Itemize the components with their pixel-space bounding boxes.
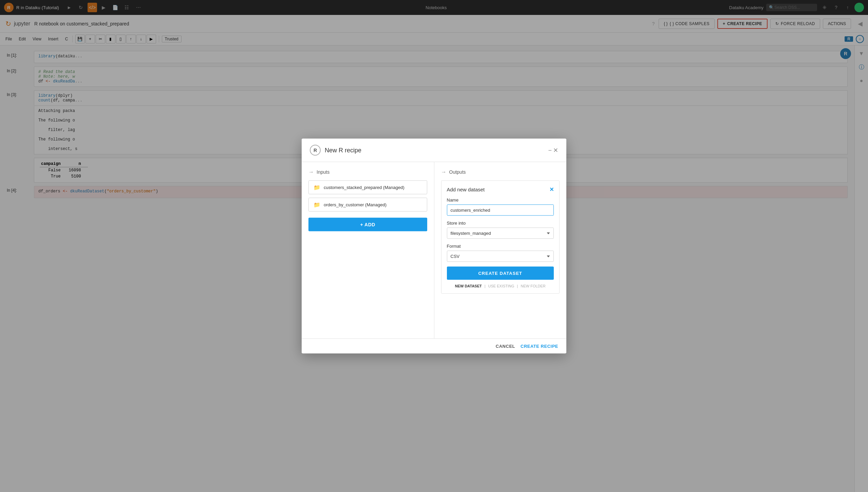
dataset-name-input[interactable]: [447, 205, 554, 216]
dataset-item-2[interactable]: 📁 orders_by_customer (Managed): [308, 198, 427, 212]
inputs-panel: → Inputs 📁 customers_stacked_prepared (M…: [302, 162, 434, 339]
add-dataset-header: Add new dataset ✕: [447, 186, 554, 193]
new-dataset-link[interactable]: NEW DATASET: [455, 284, 482, 288]
outputs-panel: → Outputs Add new dataset ✕ Name Store i…: [434, 162, 567, 339]
modal-r-icon: R: [310, 145, 321, 156]
outputs-label: → Outputs: [441, 169, 560, 175]
add-input-button[interactable]: + ADD: [308, 218, 427, 231]
new-recipe-modal: R New R recipe − ✕ → Inputs 📁 customers_…: [302, 139, 566, 354]
create-recipe-modal-button[interactable]: CREATE RECIPE: [521, 344, 558, 349]
modal-header: R New R recipe − ✕: [302, 139, 566, 162]
format-select[interactable]: CSV Parquet JSON: [447, 251, 554, 262]
dataset-icon-1: 📁: [314, 184, 320, 191]
add-dataset-close-button[interactable]: ✕: [549, 186, 554, 193]
store-into-label: Store into: [447, 221, 554, 226]
modal-footer: CANCEL CREATE RECIPE: [302, 339, 566, 354]
modal-minimize-button[interactable]: −: [548, 147, 552, 154]
add-dataset-panel: Add new dataset ✕ Name Store into filesy…: [441, 181, 560, 294]
inputs-label: → Inputs: [308, 169, 427, 175]
store-into-select[interactable]: filesystem_managed: [447, 228, 554, 239]
type-sep-1: |: [485, 284, 486, 288]
dataset-icon-2: 📁: [314, 202, 320, 208]
dataset-name-2: orders_by_customer (Managed): [324, 202, 386, 207]
dataset-name-1: customers_stacked_prepared (Managed): [324, 185, 404, 190]
dataset-type-links: NEW DATASET | USE EXISTING | NEW FOLDER: [447, 284, 554, 288]
name-field-label: Name: [447, 197, 554, 203]
create-dataset-button[interactable]: CREATE DATASET: [447, 267, 554, 280]
modal-close-button[interactable]: ✕: [553, 147, 558, 154]
modal-title: New R recipe: [325, 147, 548, 154]
add-dataset-title: Add new dataset: [447, 187, 485, 192]
dataset-item-1[interactable]: 📁 customers_stacked_prepared (Managed): [308, 181, 427, 194]
cancel-button[interactable]: CANCEL: [496, 344, 515, 349]
outputs-arrow-icon: →: [441, 169, 447, 175]
format-label: Format: [447, 244, 554, 249]
new-folder-link[interactable]: NEW FOLDER: [521, 284, 545, 288]
inputs-arrow-icon: →: [308, 169, 314, 175]
modal-body: → Inputs 📁 customers_stacked_prepared (M…: [302, 162, 566, 339]
type-sep-2: |: [517, 284, 518, 288]
use-existing-link[interactable]: USE EXISTING: [488, 284, 514, 288]
